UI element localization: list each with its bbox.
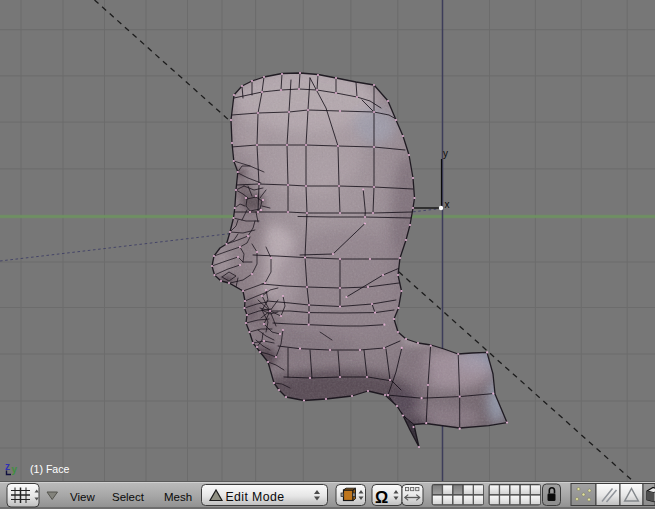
svg-text:z: z bbox=[5, 461, 10, 472]
svg-text:y: y bbox=[12, 464, 18, 475]
svg-text:(1) Face: (1) Face bbox=[30, 463, 70, 475]
svg-text:Ω: Ω bbox=[375, 488, 388, 506]
svg-text:Edit Mode: Edit Mode bbox=[226, 490, 285, 504]
svg-text:View: View bbox=[70, 491, 95, 503]
svg-text:Select: Select bbox=[112, 491, 145, 503]
svg-text:Mesh: Mesh bbox=[164, 491, 192, 503]
svg-text:y: y bbox=[443, 148, 448, 159]
svg-text:x: x bbox=[445, 199, 450, 210]
